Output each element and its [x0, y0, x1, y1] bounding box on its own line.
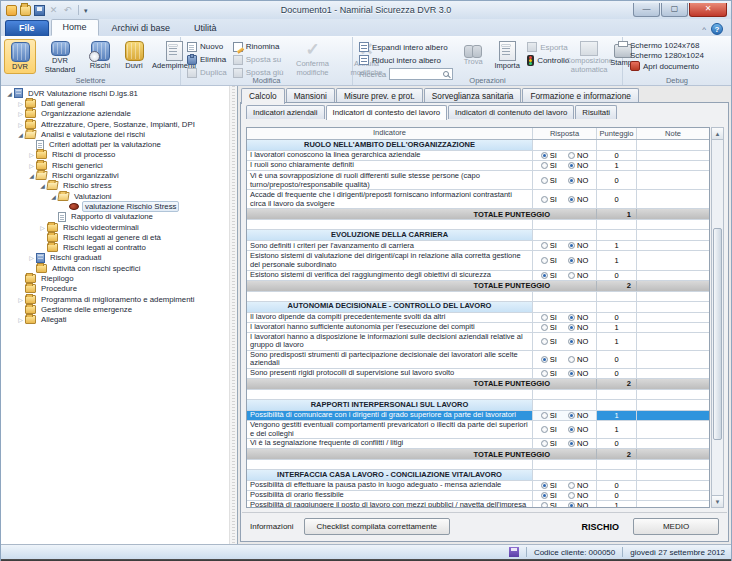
- checklist-row[interactable]: Vengono gestiti eventuali comportamenti …: [247, 421, 709, 439]
- risposta-option-no[interactable]: NO: [568, 151, 588, 160]
- ribbon-button-duvri[interactable]: Duvri: [118, 39, 150, 74]
- risposta-option-no[interactable]: NO: [568, 161, 588, 170]
- risposta-no-radio[interactable]: [568, 272, 575, 279]
- grid-scrollbar[interactable]: ▲ ▼: [711, 127, 724, 508]
- tab-file[interactable]: File: [5, 20, 49, 36]
- minimize-button[interactable]: —: [633, 3, 660, 17]
- risposta-option-no[interactable]: NO: [568, 355, 588, 364]
- tab-formazione-e-informazione[interactable]: Formazione e informazione: [522, 88, 639, 103]
- risposta-option-no[interactable]: NO: [568, 313, 588, 322]
- checklist-row[interactable]: Possibilità di comunicare con i dirigent…: [247, 411, 709, 421]
- risposta-option-no[interactable]: NO: [568, 439, 588, 448]
- risposta-no-radio[interactable]: [568, 162, 575, 169]
- checklist-row[interactable]: I lavoratori conoscono la linea gerarchi…: [247, 151, 709, 161]
- risposta-option-si[interactable]: SI: [541, 195, 557, 204]
- risposta-option-si[interactable]: SI: [541, 161, 557, 170]
- tree-item-rischio-stress[interactable]: ◢Rischio stress: [1, 181, 237, 191]
- risposta-si-radio[interactable]: [541, 162, 548, 169]
- tree-item-valutazioni[interactable]: ◢Valutazioni: [1, 191, 237, 201]
- risposta-option-si[interactable]: SI: [541, 491, 557, 500]
- tree-item-attivit-con-rischi-specifici[interactable]: Attività con rischi specifici: [1, 263, 237, 273]
- risposta-option-si[interactable]: SI: [541, 241, 557, 250]
- risposta-no-radio[interactable]: [568, 257, 575, 264]
- risposta-no-radio[interactable]: [568, 356, 575, 363]
- tree-item-rischi-di-processo[interactable]: ▷Rischi di processo: [1, 150, 237, 160]
- risposta-option-si[interactable]: SI: [541, 323, 557, 332]
- tree-item-attrezzature-opere-sostanze-impianti-dpi[interactable]: ▷Attrezzature, Opere, Sostanze, Impianti…: [1, 119, 237, 129]
- expand-tree-button[interactable]: Espandi intero albero: [356, 41, 456, 53]
- tab-mansioni[interactable]: Mansioni: [286, 88, 335, 103]
- tab-calcolo[interactable]: Calcolo: [241, 88, 285, 104]
- tree-item-rapporto-di-valutazione[interactable]: Rapporto di valutazione: [1, 212, 237, 222]
- risposta-si-radio[interactable]: [541, 324, 548, 331]
- risposta-no-radio[interactable]: [568, 492, 575, 499]
- tree-item-gestione-delle-emergenze[interactable]: Gestione delle emergenze: [1, 304, 237, 314]
- risposta-si-radio[interactable]: [541, 492, 548, 499]
- risposta-no-radio[interactable]: [568, 370, 575, 377]
- risposta-option-si[interactable]: SI: [541, 176, 557, 185]
- tree-item-rischi-organizzativi[interactable]: ◢Rischi organizzativi: [1, 170, 237, 180]
- checklist-row[interactable]: Vi è la segnalazione frequente di confli…: [247, 439, 709, 449]
- ribbon-button-elimina[interactable]: Elimina: [184, 53, 230, 66]
- subtab-indicatori-aziendali[interactable]: Indicatori aziendali: [246, 105, 325, 119]
- close-button[interactable]: ✕: [689, 3, 727, 17]
- risposta-si-radio[interactable]: [541, 196, 548, 203]
- risposta-si-radio[interactable]: [541, 356, 548, 363]
- risposta-option-si[interactable]: SI: [541, 369, 557, 378]
- subtab-indicatori-di-contenuto-del-lavoro[interactable]: Indicatori di contenuto del lavoro: [448, 105, 574, 119]
- risposta-option-no[interactable]: NO: [568, 481, 588, 490]
- checklist-row[interactable]: Accade di frequente che i dirigenti/prep…: [247, 190, 709, 209]
- debug-item-schermo-1280x1024[interactable]: Schermo 1280x1024: [626, 51, 728, 60]
- risposta-si-radio[interactable]: [541, 440, 548, 447]
- subtab-risultati[interactable]: Risultati: [575, 105, 617, 119]
- risposta-si-radio[interactable]: [541, 177, 548, 184]
- debug-item-schermo-1024x768[interactable]: Schermo 1024x768: [626, 41, 728, 50]
- tab-utilita[interactable]: Utilità: [183, 21, 228, 36]
- risposta-option-no[interactable]: NO: [568, 256, 588, 265]
- tree-item-allegati[interactable]: ▷Allegati: [1, 315, 237, 325]
- checklist-row[interactable]: I lavoratori hanno sufficiente autonomia…: [247, 323, 709, 333]
- risposta-option-no[interactable]: NO: [568, 176, 588, 185]
- maximize-button[interactable]: ▢: [661, 3, 688, 17]
- tree-item-dvr-valutazione-rischi-d-lgs-81[interactable]: ◢DVR Valutazione rischi D.lgs.81: [1, 88, 237, 98]
- tree-item-rischi-legati-al-contratto[interactable]: Rischi legati al contratto: [1, 242, 237, 252]
- tree-expanded-icon[interactable]: ◢: [5, 90, 14, 97]
- risposta-no-radio[interactable]: [568, 196, 575, 203]
- tree-item-rischi-graduati[interactable]: ▷Rischi graduati: [1, 253, 237, 263]
- debug-item-apri-documento[interactable]: Apri documento: [626, 61, 728, 71]
- tree-item-analisi-e-valutazione-dei-rischi[interactable]: ◢Analisi e valutazione dei rischi: [1, 129, 237, 139]
- risposta-option-si[interactable]: SI: [541, 411, 557, 420]
- risposta-option-si[interactable]: SI: [541, 271, 557, 280]
- checklist-row[interactable]: Sono predisposti strumenti di partecipaz…: [247, 351, 709, 369]
- risposta-option-si[interactable]: SI: [541, 501, 557, 508]
- tab-archivi-di-base[interactable]: Archivi di base: [101, 21, 182, 36]
- tree-item-criteri-adottati-per-la-valutazione[interactable]: Criteri adottati per la valutazione: [1, 139, 237, 149]
- collapse-ribbon-icon[interactable]: ^: [702, 25, 706, 34]
- checklist-row[interactable]: Possibilità di effettuare la pausa pasto…: [247, 481, 709, 491]
- risposta-option-no[interactable]: NO: [568, 411, 588, 420]
- tree-collapsed-icon[interactable]: ▷: [16, 316, 25, 323]
- risposta-option-no[interactable]: NO: [568, 323, 588, 332]
- risposta-option-no[interactable]: NO: [568, 501, 588, 508]
- checklist-row[interactable]: Esistono sistemi di verifica del raggiun…: [247, 271, 709, 281]
- tab-misure-prev-e-prot[interactable]: Misure prev. e prot.: [336, 88, 423, 103]
- tree-collapsed-icon[interactable]: ▷: [16, 100, 25, 107]
- tree-collapsed-icon[interactable]: ▷: [16, 296, 25, 303]
- collapse-tree-button[interactable]: Riduci intero albero: [356, 54, 456, 66]
- risposta-option-si[interactable]: SI: [541, 481, 557, 490]
- scroll-down-icon[interactable]: ▼: [712, 495, 723, 507]
- checklist-row[interactable]: Sono presenti rigidi protocolli di super…: [247, 369, 709, 379]
- help-icon[interactable]: ?: [711, 23, 723, 35]
- tree-item-riepilogo[interactable]: Riepilogo: [1, 273, 237, 283]
- checklist-row[interactable]: Esistono sistemi di valutazione dei diri…: [247, 251, 709, 270]
- tree-collapsed-icon[interactable]: ▷: [16, 121, 25, 128]
- tree-collapsed-icon[interactable]: ▷: [16, 110, 25, 117]
- risposta-option-si[interactable]: SI: [541, 313, 557, 322]
- risposta-no-radio[interactable]: [568, 412, 575, 419]
- risposta-si-radio[interactable]: [541, 338, 548, 345]
- risposta-no-radio[interactable]: [568, 314, 575, 321]
- risposta-si-radio[interactable]: [541, 370, 548, 377]
- checklist-row[interactable]: Possibilità di raggiungere il posto di l…: [247, 501, 709, 508]
- tree-collapsed-icon[interactable]: ▷: [27, 151, 36, 158]
- tree-item-rischi-legati-al-genere-di-et[interactable]: Rischi legati al genere di età: [1, 232, 237, 242]
